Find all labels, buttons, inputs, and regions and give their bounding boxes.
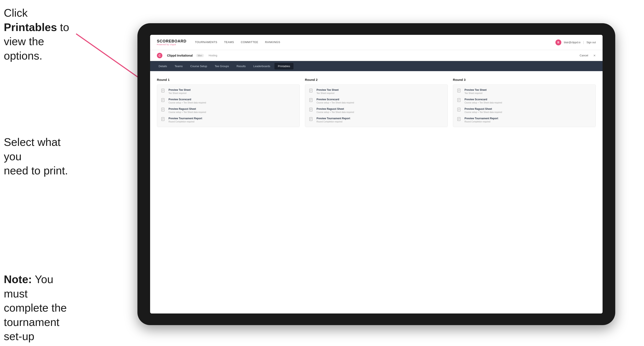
tournament-name: Clippd Invitational — [167, 54, 192, 57]
round-2-title: Round 2 — [305, 78, 448, 81]
round-3-tee-sheet[interactable]: Preview Tee Sheet Tee Sheet required — [457, 88, 592, 95]
nav-links: TOURNAMENTS TEAMS COMMITTEE RANKINGS — [195, 40, 556, 44]
tab-course-setup[interactable]: Course Setup — [187, 63, 210, 69]
nav-right: B blair@clippd.io | Sign out — [556, 39, 596, 45]
round-1-raguzzi[interactable]: Preview Raguzzi Sheet Course setup + Tee… — [161, 107, 296, 114]
round-2-tee-sheet-title: Preview Tee Sheet — [316, 88, 339, 91]
round-1-report-info: Preview Tournament Report Round Completi… — [168, 117, 202, 123]
round-3-raguzzi-info: Preview Raguzzi Sheet Course setup + Tee… — [464, 107, 502, 113]
round-2-raguzzi-sub: Course setup + Tee Sheet data required — [316, 111, 354, 113]
tournament-status: Hosting — [209, 54, 217, 57]
round-2-raguzzi-title: Preview Raguzzi Sheet — [316, 107, 354, 110]
tab-teams[interactable]: Teams — [171, 63, 186, 69]
print-icon-r2-scorecard — [309, 98, 314, 104]
tablet-screen: SCOREBOARD Powered by clippd TOURNAMENTS… — [150, 35, 602, 314]
nav-teams[interactable]: TEAMS — [224, 40, 234, 44]
instruction-bottom: Note: You mustcomplete thetournament set… — [4, 272, 76, 346]
round-2-tee-sheet-info: Preview Tee Sheet Tee Sheet required — [316, 88, 339, 94]
round-1-tee-sheet[interactable]: Preview Tee Sheet Tee Sheet required — [161, 88, 296, 95]
print-icon-r2-report — [309, 117, 314, 123]
print-icon-r3-tee — [457, 89, 462, 95]
round-2-tournament-report[interactable]: Preview Tournament Report Round Completi… — [309, 117, 444, 123]
print-icon-r1-report — [161, 117, 166, 123]
instruction-middle: Select what youneed to print. — [4, 135, 74, 178]
rounds-grid: Round 1 Preview Tee Sheet Tee — [157, 78, 596, 127]
round-2-tee-sheet[interactable]: Preview Tee Sheet Tee Sheet required — [309, 88, 444, 95]
round-3-report-info: Preview Tournament Report Round Completi… — [464, 117, 498, 123]
round-3-scorecard[interactable]: Preview Scorecard Course setup + Tee She… — [457, 98, 592, 104]
print-icon-r3-scorecard — [457, 98, 462, 104]
tab-printables[interactable]: Printables — [274, 63, 294, 69]
print-icon-r1-tee — [161, 89, 166, 95]
logo-title: SCOREBOARD — [157, 39, 186, 43]
tab-details[interactable]: Details — [155, 63, 170, 69]
nav-separator: | — [583, 40, 584, 44]
round-3-column: Round 3 Preview Tee Sheet Tee — [453, 78, 596, 127]
round-2-card: Preview Tee Sheet Tee Sheet required — [305, 84, 448, 127]
print-icon-r1-raguzzi — [161, 108, 166, 114]
round-2-report-info: Preview Tournament Report Round Completi… — [316, 117, 350, 123]
user-email: blair@clippd.io — [564, 41, 580, 44]
round-2-report-title: Preview Tournament Report — [316, 117, 350, 120]
round-2-raguzzi[interactable]: Preview Raguzzi Sheet Course setup + Tee… — [309, 107, 444, 114]
tab-results[interactable]: Results — [233, 63, 249, 69]
cancel-x-icon[interactable]: ✕ — [593, 54, 596, 57]
round-2-scorecard[interactable]: Preview Scorecard Course setup + Tee She… — [309, 98, 444, 104]
round-3-tournament-report[interactable]: Preview Tournament Report Round Completi… — [457, 117, 592, 123]
round-1-report-sub: Round Completion required — [168, 121, 202, 123]
round-3-title: Round 3 — [453, 78, 596, 81]
round-2-tee-sheet-sub: Tee Sheet required — [316, 92, 339, 94]
tournament-logo-icon: C — [157, 53, 162, 58]
round-3-report-sub: Round Completion required — [464, 121, 498, 123]
round-1-tee-sheet-info: Preview Tee Sheet Tee Sheet required — [168, 88, 191, 94]
round-1-report-title: Preview Tournament Report — [168, 117, 202, 120]
round-2-scorecard-info: Preview Scorecard Course setup + Tee She… — [316, 98, 354, 104]
tab-leaderboards[interactable]: Leaderboards — [250, 63, 274, 69]
round-3-tee-sheet-info: Preview Tee Sheet Tee Sheet required — [464, 88, 487, 94]
round-1-title: Round 1 — [157, 78, 300, 81]
round-1-tournament-report[interactable]: Preview Tournament Report Round Completi… — [161, 117, 296, 123]
round-3-report-title: Preview Tournament Report — [464, 117, 498, 120]
round-1-scorecard-title: Preview Scorecard — [168, 98, 206, 101]
round-2-scorecard-sub: Course setup + Tee Sheet data required — [316, 102, 354, 104]
round-2-raguzzi-info: Preview Raguzzi Sheet Course setup + Tee… — [316, 107, 354, 113]
print-icon-r2-raguzzi — [309, 108, 314, 114]
main-content: Round 1 Preview Tee Sheet Tee — [150, 71, 602, 314]
nav-rankings[interactable]: RANKINGS — [265, 40, 280, 44]
round-2-column: Round 2 Preview Tee Sheet Tee — [305, 78, 448, 127]
user-avatar: B — [556, 39, 561, 45]
sub-nav: C Clippd Invitational Men Hosting Cancel… — [150, 50, 602, 61]
print-icon-r3-raguzzi — [457, 108, 462, 114]
round-1-column: Round 1 Preview Tee Sheet Tee — [157, 78, 300, 127]
print-icon-r1-scorecard — [161, 98, 166, 104]
nav-tournaments[interactable]: TOURNAMENTS — [195, 40, 217, 44]
print-icon-r2-tee — [309, 89, 314, 95]
round-1-scorecard-sub: Course setup + Tee Sheet data required — [168, 102, 206, 104]
note-bold: Note: — [4, 273, 32, 285]
round-1-tee-sheet-sub: Tee Sheet required — [168, 92, 191, 94]
tab-bar: Details Teams Course Setup Tee Groups Re… — [150, 61, 602, 71]
logo-area: SCOREBOARD Powered by clippd — [157, 39, 186, 46]
round-3-raguzzi[interactable]: Preview Raguzzi Sheet Course setup + Tee… — [457, 107, 592, 114]
round-1-tee-sheet-title: Preview Tee Sheet — [168, 88, 191, 91]
round-1-card: Preview Tee Sheet Tee Sheet required — [157, 84, 300, 127]
round-2-report-sub: Round Completion required — [316, 121, 350, 123]
tablet-device: SCOREBOARD Powered by clippd TOURNAMENTS… — [138, 23, 615, 325]
round-1-scorecard[interactable]: Preview Scorecard Course setup + Tee She… — [161, 98, 296, 104]
round-1-raguzzi-info: Preview Raguzzi Sheet Course setup + Tee… — [168, 107, 206, 113]
round-3-raguzzi-sub: Course setup + Tee Sheet data required — [464, 111, 502, 113]
tab-tee-groups[interactable]: Tee Groups — [212, 63, 232, 69]
round-3-tee-sheet-title: Preview Tee Sheet — [464, 88, 487, 91]
round-1-raguzzi-sub: Course setup + Tee Sheet data required — [168, 111, 206, 113]
sign-out-link[interactable]: Sign out — [586, 41, 596, 44]
instruction-top: Click Printables toview the options. — [4, 6, 72, 63]
round-1-raguzzi-title: Preview Raguzzi Sheet — [168, 107, 206, 110]
top-nav: SCOREBOARD Powered by clippd TOURNAMENTS… — [150, 35, 602, 50]
tournament-badge: Men — [196, 54, 204, 57]
round-3-scorecard-sub: Course setup + Tee Sheet data required — [464, 102, 502, 104]
cancel-button[interactable]: Cancel — [580, 54, 588, 57]
round-1-scorecard-info: Preview Scorecard Course setup + Tee She… — [168, 98, 206, 104]
logo-sub: Powered by clippd — [157, 43, 186, 46]
round-3-scorecard-info: Preview Scorecard Course setup + Tee She… — [464, 98, 502, 104]
nav-committee[interactable]: COMMITTEE — [241, 40, 258, 44]
